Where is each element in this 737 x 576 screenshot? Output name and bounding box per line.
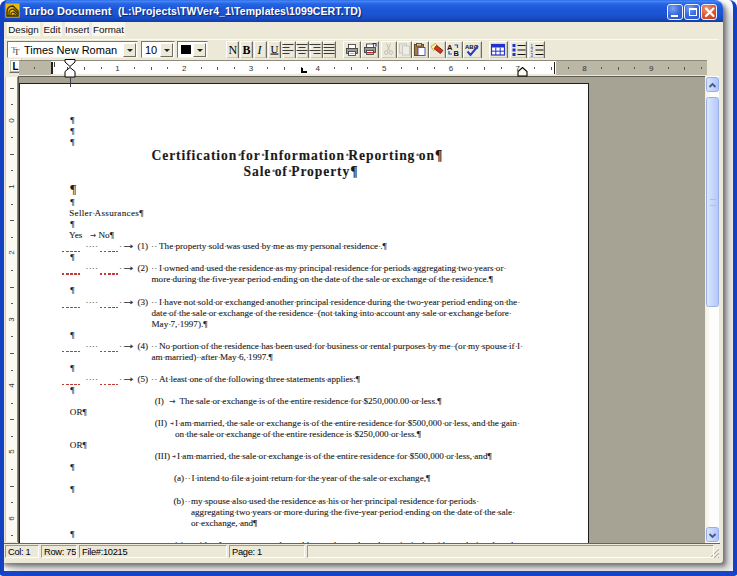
table-button[interactable] <box>489 41 508 59</box>
ruler-tick <box>284 67 285 70</box>
document-page[interactable]: ¶¶¶Certification·for·Information·Reporti… <box>19 83 589 543</box>
document-line: ¶ <box>19 484 589 496</box>
menu-bar: DesignEditInsertFormat <box>4 22 719 39</box>
text-run: date·of·the·sale·or·exchange·of·the·resi… <box>152 308 512 320</box>
ruler-left-margin-zone <box>19 61 51 75</box>
replace-button[interactable]: AB <box>446 41 463 59</box>
document-line: ¶ <box>19 137 589 149</box>
horizontal-ruler[interactable]: L 123456789 <box>4 58 719 76</box>
menu-item-edit[interactable]: Edit <box>43 22 62 36</box>
ruler-number: 2 <box>182 64 186 73</box>
bold-button[interactable]: B <box>240 41 253 59</box>
ruler-tick <box>11 436 13 437</box>
ruler-tick <box>484 67 485 70</box>
scroll-down-button[interactable] <box>706 527 719 542</box>
copy-button <box>397 41 412 59</box>
text-run: my·spouse·also·used·the·residence·as·his… <box>191 496 478 508</box>
align-center-button[interactable] <box>296 41 309 59</box>
table-icon <box>491 42 506 57</box>
text-run: on·the·sale·or·exchange·of·the·entire·re… <box>175 429 421 441</box>
svg-text:U: U <box>270 42 278 54</box>
document-line: (a)··I·intend·to·file·a·joint·return·for… <box>19 473 589 485</box>
title-bar[interactable]: Turbo Document(L:\Projects\TWVer4_1\Temp… <box>0 0 723 22</box>
text-run: May·7,·1997).¶ <box>152 319 208 331</box>
indent-marker[interactable] <box>64 59 76 78</box>
screen: Turbo Document(L:\Projects\TWVer4_1\Temp… <box>0 0 737 576</box>
italic-button[interactable]: I <box>254 41 267 59</box>
space-dots: ·· <box>185 473 191 485</box>
ruler-tick <box>568 67 569 69</box>
space-dots: · <box>119 374 122 386</box>
vertical-scrollbar[interactable] <box>705 76 719 543</box>
scroll-up-button[interactable] <box>706 77 719 92</box>
app-window: Turbo Document(L:\Projects\TWVer4_1\Temp… <box>0 0 723 563</box>
ruler-tick <box>10 419 14 420</box>
tab-stop-marker[interactable] <box>301 68 307 73</box>
font-size-select[interactable]: 10 <box>141 41 175 58</box>
status-panel-row: Row: 75 <box>41 545 77 558</box>
document-line: on·the·sale·or·exchange·of·the·entire·re… <box>19 429 589 441</box>
size-dropdown-arrow-icon[interactable] <box>160 43 173 57</box>
ruler-tick <box>701 67 702 69</box>
menu-item-design[interactable]: Design <box>7 22 40 36</box>
tab-arrow-mark: → <box>123 297 133 309</box>
print-button[interactable] <box>343 41 361 59</box>
space-dots: ···· <box>86 263 99 275</box>
space-dots: ·· <box>151 341 157 353</box>
space-dots: · <box>119 241 122 253</box>
ruler-bar[interactable]: 123456789 <box>19 60 707 74</box>
underline-button[interactable]: U <box>268 41 281 59</box>
ruler-tick <box>618 67 619 70</box>
space-dots: ···· <box>86 341 99 353</box>
align-justify-button[interactable] <box>323 41 336 59</box>
space-dots: ·· <box>185 496 191 508</box>
vertical-ruler[interactable]: 0123456 <box>5 77 18 542</box>
ruler-tick <box>334 67 335 69</box>
document-line: (I)→The·sale·or·exchange·is·of·the·entir… <box>19 396 589 408</box>
document-line: ¶ <box>19 126 589 138</box>
document-line: May·7,·1997).¶ <box>19 319 589 331</box>
find-button[interactable] <box>429 41 446 59</box>
align-left-button[interactable] <box>283 41 296 59</box>
align-justify-icon <box>322 42 337 57</box>
tab-arrow-mark: → <box>123 374 133 386</box>
spell-check-button[interactable]: ABC <box>463 41 482 59</box>
text-run: Certification·for·Information·Reporting·… <box>152 150 444 162</box>
align-right-button[interactable] <box>310 41 323 59</box>
close-button[interactable] <box>701 4 717 20</box>
color-dropdown-arrow-icon[interactable] <box>193 43 206 57</box>
scrollbar-thumb[interactable] <box>706 97 719 307</box>
print-preview-button[interactable] <box>361 41 379 59</box>
pilcrow-mark: ¶ <box>70 462 74 474</box>
ruler-tick <box>11 204 13 205</box>
spell-check-icon: ABC <box>465 42 480 57</box>
maximize-button[interactable] <box>684 4 700 20</box>
font-color-select[interactable] <box>177 41 208 58</box>
paste-button[interactable] <box>412 41 429 59</box>
document-line: (II)→I·am·married,·the·sale·or·exchange·… <box>19 418 589 430</box>
ruler-tick <box>54 62 55 67</box>
document-line: Certification·for·Information·Reporting·… <box>19 148 589 160</box>
text-run: (b) <box>174 496 185 508</box>
ruler-number: 5 <box>7 450 16 454</box>
document-line: ·····→(5)··At·least·one·of·the·following… <box>19 374 589 386</box>
minimize-button[interactable] <box>667 4 683 20</box>
document-line: (III)→I·am·married,·the·sale·or·exchange… <box>19 451 589 463</box>
right-margin-boundary[interactable] <box>554 62 556 74</box>
font-dropdown-arrow-icon[interactable] <box>123 43 136 57</box>
text-run: (3) <box>138 297 149 309</box>
pilcrow-mark: ¶ <box>70 385 74 397</box>
svg-text:I: I <box>256 42 262 56</box>
left-margin-boundary[interactable] <box>51 62 53 74</box>
italic-icon: I <box>253 42 268 57</box>
menu-item-format[interactable]: Format <box>92 22 125 36</box>
numbered-list-button[interactable]: 123 <box>528 41 545 59</box>
status-bar: Col: 1Row: 75File#:10215Page: 1 <box>4 545 719 559</box>
ruler-tick <box>11 336 13 337</box>
menu-item-insert[interactable]: Insert <box>65 22 89 36</box>
font-family-select[interactable]: T T Times New Roman <box>7 41 138 58</box>
text-run: (III) <box>155 451 170 463</box>
normal-button[interactable]: N <box>226 41 239 59</box>
bullet-list-button[interactable] <box>510 41 527 59</box>
text-run: more·during·the·five-year·period·ending·… <box>152 274 493 286</box>
